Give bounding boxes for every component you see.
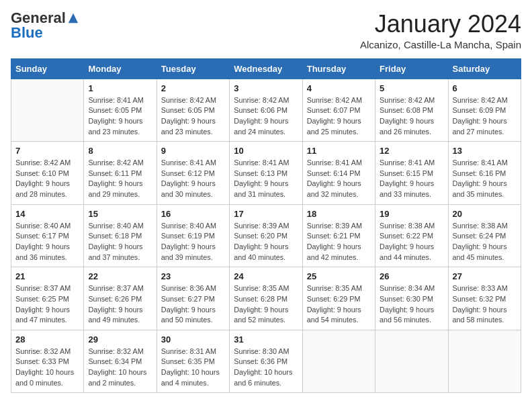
day-number: 13 (453, 146, 517, 156)
calendar-cell: 18Sunrise: 8:39 AMSunset: 6:21 PMDayligh… (302, 204, 375, 267)
logo-blue: Blue (11, 26, 43, 40)
calendar-cell: 6Sunrise: 8:42 AMSunset: 6:09 PMDaylight… (448, 79, 521, 142)
calendar-cell: 22Sunrise: 8:37 AMSunset: 6:26 PMDayligh… (84, 267, 157, 330)
day-info: Sunrise: 8:32 AMSunset: 6:33 PMDaylight:… (15, 347, 79, 389)
svg-marker-0 (69, 13, 78, 23)
day-of-week-header: Thursday (302, 58, 375, 79)
day-info: Sunrise: 8:31 AMSunset: 6:35 PMDaylight:… (161, 347, 225, 389)
calendar-cell: 10Sunrise: 8:41 AMSunset: 6:13 PMDayligh… (230, 142, 302, 205)
day-info: Sunrise: 8:42 AMSunset: 6:09 PMDaylight:… (453, 95, 517, 138)
day-number: 29 (88, 334, 152, 345)
calendar-cell: 12Sunrise: 8:41 AMSunset: 6:15 PMDayligh… (375, 142, 448, 205)
calendar-header-row: SundayMondayTuesdayWednesdayThursdayFrid… (11, 58, 521, 79)
day-number: 3 (234, 83, 298, 93)
day-info: Sunrise: 8:42 AMSunset: 6:06 PMDaylight:… (234, 95, 298, 138)
logo: General Blue (11, 11, 79, 40)
day-number: 6 (453, 83, 517, 93)
day-number: 16 (161, 209, 225, 219)
day-info: Sunrise: 8:41 AMSunset: 6:14 PMDaylight:… (307, 158, 371, 200)
calendar-cell: 29Sunrise: 8:32 AMSunset: 6:34 PMDayligh… (84, 330, 157, 393)
day-info: Sunrise: 8:34 AMSunset: 6:30 PMDaylight:… (380, 283, 443, 326)
day-info: Sunrise: 8:38 AMSunset: 6:22 PMDaylight:… (380, 221, 443, 263)
day-info: Sunrise: 8:32 AMSunset: 6:34 PMDaylight:… (88, 347, 152, 389)
calendar-cell (302, 330, 375, 393)
day-info: Sunrise: 8:33 AMSunset: 6:32 PMDaylight:… (453, 283, 517, 326)
calendar-cell: 9Sunrise: 8:41 AMSunset: 6:12 PMDaylight… (157, 142, 229, 205)
header: General Blue January 2024 Alcanizo, Cast… (11, 11, 521, 50)
calendar-week-row: 28Sunrise: 8:32 AMSunset: 6:33 PMDayligh… (11, 330, 521, 393)
calendar-cell: 24Sunrise: 8:35 AMSunset: 6:28 PMDayligh… (230, 267, 302, 330)
day-number: 19 (380, 209, 443, 219)
calendar-cell: 28Sunrise: 8:32 AMSunset: 6:33 PMDayligh… (11, 330, 84, 393)
calendar-cell: 2Sunrise: 8:42 AMSunset: 6:05 PMDaylight… (157, 79, 229, 142)
calendar-cell: 3Sunrise: 8:42 AMSunset: 6:06 PMDaylight… (230, 79, 302, 142)
day-of-week-header: Friday (375, 58, 448, 79)
calendar-week-row: 21Sunrise: 8:37 AMSunset: 6:25 PMDayligh… (11, 267, 521, 330)
day-of-week-header: Monday (84, 58, 157, 79)
day-number: 10 (234, 146, 298, 156)
day-number: 17 (234, 209, 298, 219)
day-number: 23 (161, 271, 225, 281)
day-number: 18 (307, 209, 371, 219)
calendar-cell: 1Sunrise: 8:41 AMSunset: 6:05 PMDaylight… (84, 79, 157, 142)
day-number: 9 (161, 146, 225, 156)
calendar-cell: 26Sunrise: 8:34 AMSunset: 6:30 PMDayligh… (375, 267, 448, 330)
location-title: Alcanizo, Castille-La Mancha, Spain (360, 39, 521, 50)
day-number: 2 (161, 83, 225, 93)
day-info: Sunrise: 8:41 AMSunset: 6:15 PMDaylight:… (380, 158, 443, 200)
day-number: 14 (15, 209, 79, 219)
month-title: January 2024 (360, 11, 521, 38)
calendar-cell: 17Sunrise: 8:39 AMSunset: 6:20 PMDayligh… (230, 204, 302, 267)
day-info: Sunrise: 8:42 AMSunset: 6:10 PMDaylight:… (15, 158, 79, 200)
day-info: Sunrise: 8:41 AMSunset: 6:13 PMDaylight:… (234, 158, 298, 200)
day-info: Sunrise: 8:37 AMSunset: 6:26 PMDaylight:… (88, 283, 152, 326)
calendar-cell: 7Sunrise: 8:42 AMSunset: 6:10 PMDaylight… (11, 142, 84, 205)
day-number: 31 (234, 334, 298, 345)
logo-general: General (11, 11, 66, 26)
day-number: 8 (88, 146, 152, 156)
day-info: Sunrise: 8:36 AMSunset: 6:27 PMDaylight:… (161, 283, 225, 326)
day-number: 21 (15, 271, 79, 281)
calendar-cell: 19Sunrise: 8:38 AMSunset: 6:22 PMDayligh… (375, 204, 448, 267)
day-info: Sunrise: 8:41 AMSunset: 6:12 PMDaylight:… (161, 158, 225, 200)
calendar-cell: 11Sunrise: 8:41 AMSunset: 6:14 PMDayligh… (302, 142, 375, 205)
day-info: Sunrise: 8:40 AMSunset: 6:19 PMDaylight:… (161, 221, 225, 263)
day-info: Sunrise: 8:41 AMSunset: 6:05 PMDaylight:… (88, 95, 152, 138)
day-number: 24 (234, 271, 298, 281)
day-number: 27 (453, 271, 517, 281)
day-of-week-header: Sunday (11, 58, 84, 79)
calendar-cell: 4Sunrise: 8:42 AMSunset: 6:07 PMDaylight… (302, 79, 375, 142)
calendar-cell: 21Sunrise: 8:37 AMSunset: 6:25 PMDayligh… (11, 267, 84, 330)
day-number: 5 (380, 83, 443, 93)
day-number: 12 (380, 146, 443, 156)
day-info: Sunrise: 8:37 AMSunset: 6:25 PMDaylight:… (15, 283, 79, 326)
day-number: 25 (307, 271, 371, 281)
day-number: 22 (88, 271, 152, 281)
day-number: 7 (15, 146, 79, 156)
day-number: 26 (380, 271, 443, 281)
day-number: 20 (453, 209, 517, 219)
calendar-cell: 25Sunrise: 8:35 AMSunset: 6:29 PMDayligh… (302, 267, 375, 330)
day-of-week-header: Wednesday (230, 58, 302, 79)
day-info: Sunrise: 8:42 AMSunset: 6:08 PMDaylight:… (380, 95, 443, 138)
calendar-cell: 15Sunrise: 8:40 AMSunset: 6:18 PMDayligh… (84, 204, 157, 267)
day-number: 30 (161, 334, 225, 345)
day-number: 15 (88, 209, 152, 219)
logo-icon (67, 12, 79, 24)
calendar-cell: 8Sunrise: 8:42 AMSunset: 6:11 PMDaylight… (84, 142, 157, 205)
calendar-cell: 14Sunrise: 8:40 AMSunset: 6:17 PMDayligh… (11, 204, 84, 267)
calendar-week-row: 7Sunrise: 8:42 AMSunset: 6:10 PMDaylight… (11, 142, 521, 205)
day-info: Sunrise: 8:42 AMSunset: 6:11 PMDaylight:… (88, 158, 152, 200)
day-number: 11 (307, 146, 371, 156)
day-of-week-header: Saturday (448, 58, 521, 79)
day-info: Sunrise: 8:42 AMSunset: 6:07 PMDaylight:… (307, 95, 371, 138)
calendar-cell (448, 330, 521, 393)
calendar-cell (375, 330, 448, 393)
day-info: Sunrise: 8:35 AMSunset: 6:29 PMDaylight:… (307, 283, 371, 326)
calendar-cell: 20Sunrise: 8:38 AMSunset: 6:24 PMDayligh… (448, 204, 521, 267)
day-info: Sunrise: 8:38 AMSunset: 6:24 PMDaylight:… (453, 221, 517, 263)
calendar-cell: 30Sunrise: 8:31 AMSunset: 6:35 PMDayligh… (157, 330, 229, 393)
day-info: Sunrise: 8:39 AMSunset: 6:21 PMDaylight:… (307, 221, 371, 263)
calendar-cell (11, 79, 84, 142)
day-number: 1 (88, 83, 152, 93)
